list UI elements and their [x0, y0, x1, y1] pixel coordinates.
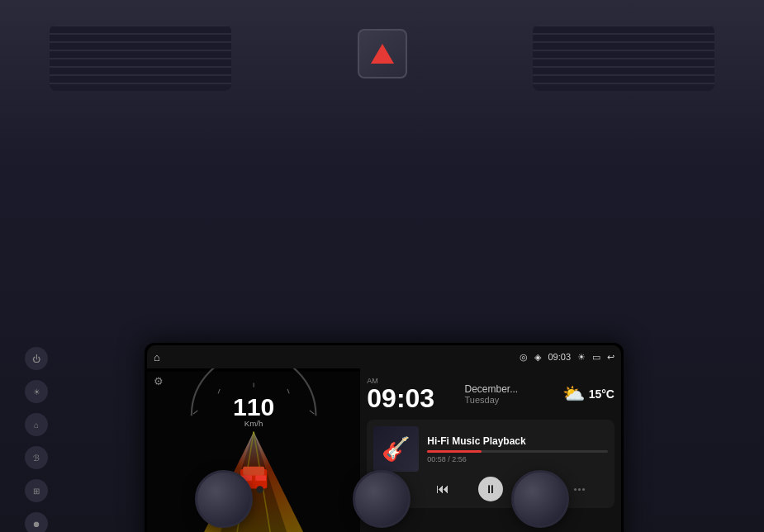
- weather-block: ⛅ 15°C: [562, 383, 615, 405]
- brightness-icon: ☀: [577, 352, 586, 363]
- location-icon: ◎: [520, 352, 528, 363]
- status-bar-right: ◎ ◈ 09:03 ☀ ▭ ↩: [520, 352, 615, 363]
- date-day: Tuesday: [465, 395, 554, 405]
- camera-button[interactable]: ⏺: [25, 512, 48, 532]
- status-time: 09:03: [548, 352, 571, 362]
- date-month: December...: [465, 383, 554, 395]
- hazard-button[interactable]: [358, 29, 407, 78]
- right-knob[interactable]: [511, 470, 569, 528]
- svg-text:110: 110: [233, 393, 274, 420]
- time-weather-section: AM 09:03 December... Tuesday ⛅ 15°C: [367, 373, 615, 415]
- home-side-button[interactable]: ⌂: [25, 413, 48, 436]
- battery-icon: ▭: [592, 352, 600, 363]
- music-time: 00:58 / 2:56: [427, 455, 608, 463]
- album-art: 🎸: [373, 426, 419, 472]
- music-progress-fill: [427, 450, 482, 453]
- brightness-button[interactable]: ☀: [25, 380, 48, 403]
- power-button[interactable]: ⏻: [25, 347, 48, 370]
- center-knob[interactable]: [353, 470, 410, 528]
- svg-text:Km/h: Km/h: [244, 419, 263, 428]
- side-buttons: ⏻ ☀ ⌂ ℬ ⊞ ⏺ ⚙: [25, 347, 50, 532]
- weather-icon: ⛅: [562, 383, 585, 405]
- home-icon[interactable]: ⌂: [154, 351, 160, 363]
- wifi-icon: ◈: [534, 352, 541, 363]
- status-bar-left: ⌂: [154, 351, 160, 363]
- artist-figure-icon: 🎸: [382, 435, 410, 463]
- music-progress-bar[interactable]: [427, 450, 608, 453]
- bluetooth-button[interactable]: ℬ: [25, 446, 48, 469]
- status-bar: ⌂ ◎ ◈ 09:03 ☀ ▭ ↩: [147, 345, 621, 368]
- weather-temperature: 15°C: [589, 387, 615, 401]
- bottom-controls: [145, 466, 619, 532]
- vent-left: [50, 25, 231, 91]
- hazard-triangle-icon: [371, 44, 394, 64]
- grid-button[interactable]: ⊞: [25, 479, 48, 502]
- music-title: Hi-Fi Music Playback: [427, 435, 608, 447]
- music-top-section: 🎸 Hi-Fi Music Playback 00:58 / 2:56: [373, 426, 608, 472]
- music-info: Hi-Fi Music Playback 00:58 / 2:56: [427, 435, 608, 463]
- center-console: ⏻ ☀ ⌂ ℬ ⊞ ⏺ ⚙ ⌂ ◎ ◈ 09:03 ☀ ▭ ↩: [0, 165, 764, 532]
- left-knob[interactable]: [195, 470, 253, 528]
- settings-overlay-icon[interactable]: ⚙: [154, 375, 164, 387]
- dashboard-top: [0, 0, 764, 165]
- clock-display: 09:03: [367, 385, 456, 411]
- time-block: AM 09:03: [367, 377, 456, 411]
- date-block: December... Tuesday: [465, 383, 554, 405]
- back-icon[interactable]: ↩: [607, 352, 615, 363]
- vent-right: [533, 25, 714, 91]
